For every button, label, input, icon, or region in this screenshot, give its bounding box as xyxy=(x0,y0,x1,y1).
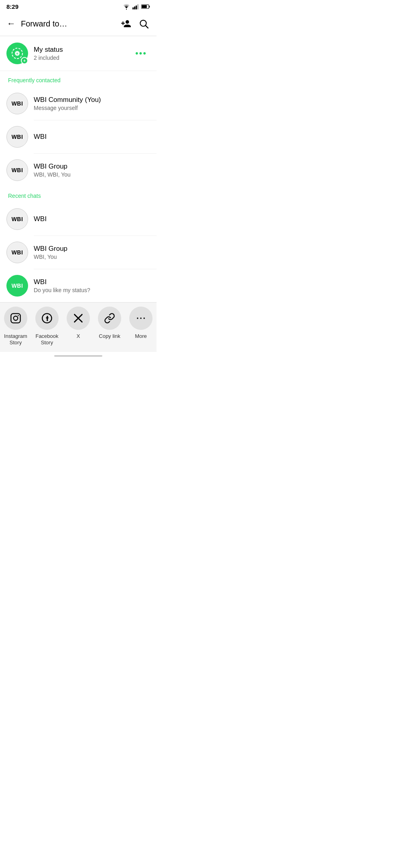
my-status-row[interactable]: + + My status 2 included ••• xyxy=(0,36,157,71)
frequently-contacted-header: Frequently contacted xyxy=(0,71,157,87)
avatar-text: WBI xyxy=(12,167,23,173)
contact-name: WBI Group xyxy=(34,245,150,253)
my-status-name: My status xyxy=(34,46,132,54)
add-contact-button[interactable] xyxy=(118,16,134,32)
list-item[interactable]: WBI WBI Do you like my status? xyxy=(0,269,157,302)
top-bar: ← Forward to… xyxy=(0,12,157,36)
share-bar: Instagram Story Facebook Story X Copy li… xyxy=(0,302,157,352)
status-icons xyxy=(123,4,150,10)
add-contact-icon xyxy=(121,18,131,29)
more-button[interactable]: More xyxy=(127,307,155,339)
avatar: WBI xyxy=(6,93,28,114)
list-item[interactable]: WBI WBI xyxy=(0,203,157,236)
signal-icon xyxy=(132,4,139,10)
instagram-story-button[interactable]: Instagram Story xyxy=(2,307,30,346)
x-label: X xyxy=(77,333,80,339)
contact-info: WBI xyxy=(34,215,150,223)
instagram-icon xyxy=(10,313,21,324)
list-item[interactable]: WBI WBI Group WBI, WBI, You xyxy=(0,154,157,187)
avatar-text: WBI xyxy=(12,100,23,107)
wifi-icon xyxy=(123,4,130,10)
facebook-story-label: Facebook Story xyxy=(33,333,61,346)
status-bar: 8:29 xyxy=(0,0,157,12)
facebook-story-button[interactable]: Facebook Story xyxy=(33,307,61,346)
list-item[interactable]: WBI WBI Community (You) Message yourself xyxy=(0,87,157,120)
avatar: WBI xyxy=(6,242,28,263)
avatar: WBI xyxy=(6,126,28,148)
svg-rect-3 xyxy=(136,5,137,9)
my-status-info: My status 2 included xyxy=(34,46,132,61)
svg-text:+: + xyxy=(16,52,18,56)
contact-sub: WBI, You xyxy=(34,254,150,260)
dots-icon: ••• xyxy=(135,48,147,58)
frequently-contacted-title: Frequently contacted xyxy=(8,77,61,83)
contact-name: WBI xyxy=(34,133,150,141)
facebook-story-icon-circle xyxy=(35,307,59,330)
svg-rect-7 xyxy=(142,5,147,8)
my-status-sub: 2 included xyxy=(34,55,132,61)
contact-info: WBI Group WBI, You xyxy=(34,245,150,260)
svg-point-17 xyxy=(137,317,138,319)
svg-rect-6 xyxy=(149,6,150,8)
avatar: WBI xyxy=(6,159,28,181)
contact-name: WBI xyxy=(34,215,150,223)
more-label: More xyxy=(135,333,147,339)
my-status-avatar: + + xyxy=(6,43,28,64)
more-icon-circle xyxy=(129,307,153,330)
recent-chats-header: Recent chats xyxy=(0,187,157,203)
contact-info: WBI Group WBI, WBI, You xyxy=(34,163,150,178)
contact-info: WBI Community (You) Message yourself xyxy=(34,96,150,111)
top-actions xyxy=(118,16,152,32)
x-icon-circle xyxy=(67,307,90,330)
recent-chats-title: Recent chats xyxy=(8,193,41,199)
svg-point-19 xyxy=(143,317,145,319)
svg-rect-2 xyxy=(134,6,135,9)
svg-point-14 xyxy=(14,316,18,321)
contact-sub: Message yourself xyxy=(34,105,150,111)
facebook-icon xyxy=(41,313,53,324)
x-button[interactable]: X xyxy=(64,307,92,339)
avatar-text: WBI xyxy=(12,249,23,256)
copy-link-button[interactable]: Copy link xyxy=(96,307,124,339)
contact-name: WBI Group xyxy=(34,163,150,171)
avatar-text: WBI xyxy=(12,283,23,289)
svg-point-15 xyxy=(18,315,19,316)
copy-link-icon xyxy=(104,313,115,324)
avatar: WBI xyxy=(6,208,28,230)
back-arrow-icon: ← xyxy=(7,18,16,29)
back-button[interactable]: ← xyxy=(3,16,19,32)
avatar-text: WBI xyxy=(12,134,23,140)
search-icon xyxy=(138,18,149,29)
svg-point-0 xyxy=(126,8,127,9)
status-time: 8:29 xyxy=(6,3,18,10)
svg-rect-4 xyxy=(137,4,138,9)
x-icon xyxy=(73,313,84,324)
copy-link-icon-circle xyxy=(98,307,121,330)
home-indicator xyxy=(54,355,102,357)
svg-rect-1 xyxy=(132,7,134,9)
avatar-text: WBI xyxy=(12,216,23,222)
list-item[interactable]: WBI WBI xyxy=(0,120,157,153)
contact-sub: Do you like my status? xyxy=(34,287,150,293)
svg-rect-13 xyxy=(11,313,20,323)
contact-info: WBI xyxy=(34,133,150,141)
list-item[interactable]: WBI WBI Group WBI, You xyxy=(0,236,157,269)
bottom-indicator xyxy=(0,352,157,359)
instagram-story-label: Instagram Story xyxy=(2,333,30,346)
contact-name: WBI Community (You) xyxy=(34,96,150,104)
status-ring-icon: + xyxy=(11,47,23,59)
contact-info: WBI Do you like my status? xyxy=(34,278,150,293)
svg-point-18 xyxy=(140,317,142,319)
status-plus-badge: + xyxy=(21,57,28,64)
battery-icon xyxy=(141,4,150,9)
more-icon xyxy=(135,313,146,324)
contact-sub: WBI, WBI, You xyxy=(34,171,150,178)
contact-name: WBI xyxy=(34,278,150,286)
instagram-story-icon-circle xyxy=(4,307,27,330)
copy-link-label: Copy link xyxy=(99,333,120,339)
avatar: WBI xyxy=(6,275,28,297)
svg-line-9 xyxy=(146,26,148,28)
search-button[interactable] xyxy=(136,16,152,32)
page-title: Forward to… xyxy=(21,19,118,28)
status-more-options-button[interactable]: ••• xyxy=(132,45,150,62)
